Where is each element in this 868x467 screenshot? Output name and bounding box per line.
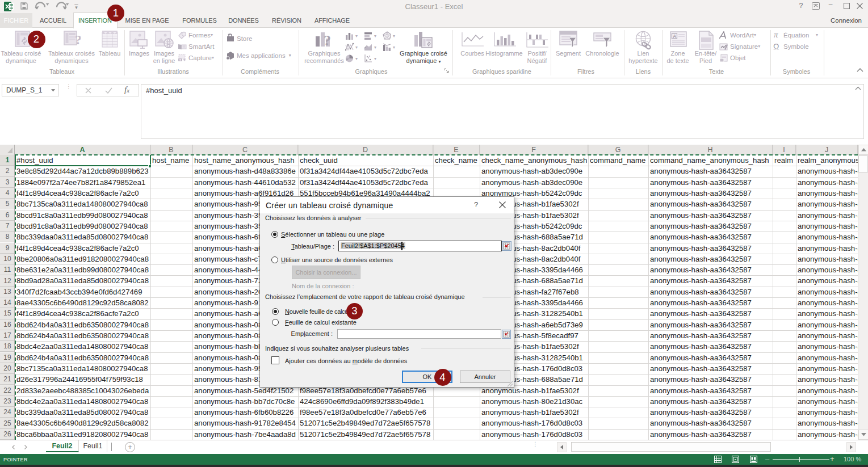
svg-text:?: ? <box>324 32 331 49</box>
svg-text:A: A <box>673 33 677 39</box>
svg-text:?: ? <box>75 32 81 47</box>
